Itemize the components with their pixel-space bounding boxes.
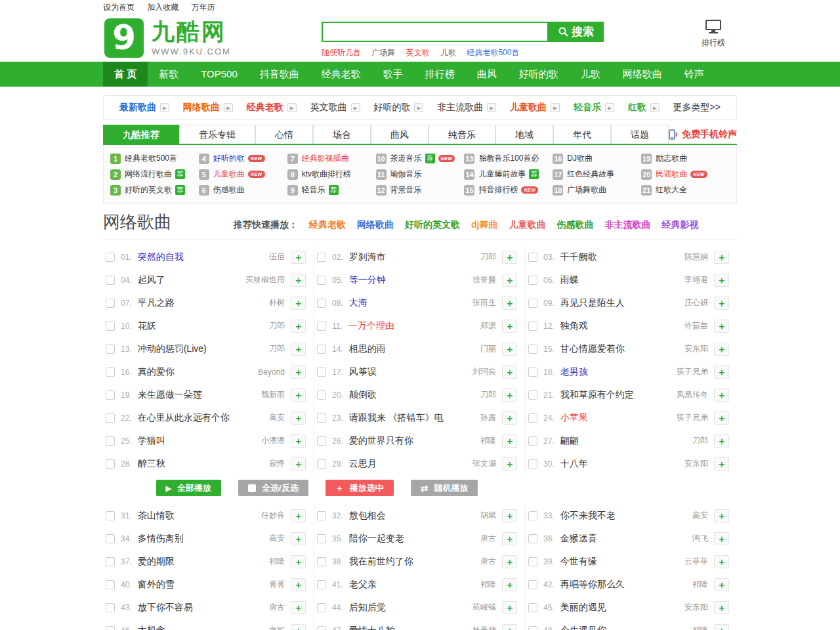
song-title-link[interactable]: 放下你不容易 xyxy=(138,602,263,614)
nav-item[interactable]: 排行榜 xyxy=(414,62,466,87)
play-category-button[interactable]: ▶ xyxy=(287,103,297,112)
subnav-item[interactable]: 非主流歌曲 ▶ xyxy=(437,102,496,114)
subnav-item[interactable]: 儿童歌曲 ▶ xyxy=(510,102,560,114)
subnav-link[interactable]: 网络歌曲 xyxy=(183,102,220,114)
song-artist-link[interactable]: 小潘潘 xyxy=(261,435,285,446)
recommend-item[interactable]: 6 伤感歌曲 xyxy=(199,182,287,198)
song-artist-link[interactable]: 杨美华 xyxy=(472,625,496,630)
add-to-playlist-button[interactable]: ＋ xyxy=(714,555,729,568)
recommend-item[interactable]: 19 励志歌曲 xyxy=(641,151,730,166)
add-to-playlist-button[interactable]: ＋ xyxy=(502,532,517,545)
song-artist-link[interactable]: 刀郎 xyxy=(480,251,496,262)
recommend-item[interactable]: 2 网络流行歌曲 荐 xyxy=(110,167,199,182)
song-artist-link[interactable]: 刀郎 xyxy=(269,320,285,331)
ranking-widget[interactable]: 排行榜 xyxy=(695,20,732,49)
add-to-playlist-button[interactable]: ＋ xyxy=(291,434,306,448)
tab[interactable]: 年代 xyxy=(553,125,611,144)
song-artist-link[interactable]: 祁隆 xyxy=(480,435,496,446)
recommend-item[interactable]: 8 ktv歌曲排行榜 xyxy=(287,167,376,182)
add-to-playlist-button[interactable]: ＋ xyxy=(291,251,306,264)
song-artist-link[interactable]: 庄心妍 xyxy=(684,297,708,308)
song-title-link[interactable]: 真的爱你 xyxy=(138,366,253,378)
quick-play-link[interactable]: 儿童歌曲 xyxy=(509,219,545,231)
song-title-link[interactable]: 平凡之路 xyxy=(138,297,263,309)
recommend-link[interactable]: 经典老歌500首 xyxy=(125,153,177,164)
play-category-button[interactable]: ▶ xyxy=(414,103,423,112)
song-checkbox[interactable] xyxy=(528,626,537,630)
add-to-playlist-button[interactable]: ＋ xyxy=(291,388,306,402)
recommend-item[interactable]: 11 瑜伽音乐 xyxy=(376,167,465,182)
song-artist-link[interactable]: 门丽 xyxy=(480,343,496,354)
song-artist-link[interactable]: 安东阳 xyxy=(684,343,708,354)
song-artist-link[interactable]: 郑源 xyxy=(480,320,496,331)
song-checkbox[interactable] xyxy=(528,557,537,566)
song-title-link[interactable]: 十八年 xyxy=(560,458,679,470)
song-checkbox[interactable] xyxy=(317,603,326,612)
tab[interactable]: 心情 xyxy=(255,125,313,144)
song-title-link[interactable]: 独角戏 xyxy=(560,320,679,332)
add-to-playlist-button[interactable]: ＋ xyxy=(714,366,729,379)
site-logo[interactable]: 9 九酷网 WWW.9KU.COM xyxy=(104,18,231,58)
song-title-link[interactable]: 我和草原有个约定 xyxy=(560,389,671,401)
hot-word-link[interactable]: 广场舞 xyxy=(371,48,395,57)
add-to-playlist-button[interactable]: ＋ xyxy=(502,457,517,471)
add-to-playlist-button[interactable]: ＋ xyxy=(502,555,517,568)
add-to-playlist-button[interactable]: ＋ xyxy=(714,320,729,333)
song-checkbox[interactable] xyxy=(528,603,537,612)
recommend-link[interactable]: 红歌大全 xyxy=(656,184,687,196)
recommend-link[interactable]: 抖音排行榜 xyxy=(478,184,518,196)
add-to-playlist-button[interactable]: ＋ xyxy=(714,532,729,545)
song-artist-link[interactable]: 徐誉滕 xyxy=(472,274,496,285)
song-checkbox[interactable] xyxy=(528,322,537,331)
subnav-item[interactable]: 更多类型>> xyxy=(673,102,721,114)
song-checkbox[interactable] xyxy=(528,580,537,589)
song-artist-link[interactable]: 刘珂矣 xyxy=(472,366,496,377)
add-to-playlist-button[interactable]: ＋ xyxy=(714,251,729,264)
quick-play-link[interactable]: 伤感歌曲 xyxy=(556,219,593,231)
song-checkbox[interactable] xyxy=(528,413,537,423)
song-artist-link[interactable]: 许茹芸 xyxy=(684,320,708,331)
song-title-link[interactable]: 颠倒歌 xyxy=(349,389,474,401)
search-button[interactable]: 搜索 xyxy=(549,22,604,42)
song-checkbox[interactable] xyxy=(317,534,326,543)
subnav-link[interactable]: 儿童歌曲 xyxy=(510,102,547,114)
song-artist-link[interactable]: 刀郎 xyxy=(692,435,708,446)
song-title-link[interactable]: 起风了 xyxy=(138,274,240,286)
add-to-playlist-button[interactable]: ＋ xyxy=(291,411,306,425)
song-title-link[interactable]: 再见只是陌生人 xyxy=(560,297,679,309)
song-checkbox[interactable] xyxy=(317,436,326,446)
add-to-playlist-button[interactable]: ＋ xyxy=(291,555,306,568)
add-to-playlist-button[interactable]: ＋ xyxy=(502,366,517,379)
recommend-item[interactable]: 5 儿童歌曲 NEW xyxy=(199,167,287,182)
play-category-button[interactable]: ▶ xyxy=(551,103,560,112)
song-title-link[interactable]: 在心里从此永远有个你 xyxy=(138,412,263,424)
song-checkbox[interactable] xyxy=(317,276,326,285)
song-title-link[interactable]: 云思月 xyxy=(349,458,467,470)
subnav-link[interactable]: 好听的歌 xyxy=(373,102,410,114)
song-checkbox[interactable] xyxy=(528,299,537,308)
song-checkbox[interactable] xyxy=(528,368,537,377)
add-to-playlist-button[interactable]: ＋ xyxy=(502,320,517,333)
song-artist-link[interactable]: 任妙音 xyxy=(261,510,285,521)
song-checkbox[interactable] xyxy=(317,580,326,589)
subnav-item[interactable]: 轻音乐 ▶ xyxy=(574,102,614,114)
add-to-playlist-button[interactable]: ＋ xyxy=(502,601,517,614)
recommend-item[interactable]: 18 广场舞歌曲 xyxy=(553,182,641,198)
song-artist-link[interactable]: 安东阳 xyxy=(684,458,708,469)
free-ringtone-link[interactable]: 免费手机铃声 xyxy=(669,129,737,144)
song-artist-link[interactable]: 唐古 xyxy=(480,556,496,567)
subnav-item[interactable]: 好听的歌 ▶ xyxy=(373,102,423,114)
song-artist-link[interactable]: 苑峻铖 xyxy=(472,602,496,613)
song-checkbox[interactable] xyxy=(528,511,537,520)
recommend-link[interactable]: 轻音乐 xyxy=(302,184,326,196)
recommend-item[interactable]: 13 胎教音乐100首必 xyxy=(464,151,553,166)
song-checkbox[interactable] xyxy=(317,368,326,377)
song-title-link[interactable]: 金猴送喜 xyxy=(560,533,686,545)
recommend-item[interactable]: 17 红色经典故事 xyxy=(553,167,641,182)
recommend-link[interactable]: 儿童睡前故事 xyxy=(478,169,526,180)
add-to-playlist-button[interactable]: ＋ xyxy=(291,320,306,333)
recommend-item[interactable]: 1 经典老歌500首 xyxy=(110,151,199,166)
song-checkbox[interactable] xyxy=(106,459,115,469)
top-link[interactable]: 加入收藏 xyxy=(147,3,178,12)
song-title-link[interactable]: 后知后觉 xyxy=(349,602,467,614)
